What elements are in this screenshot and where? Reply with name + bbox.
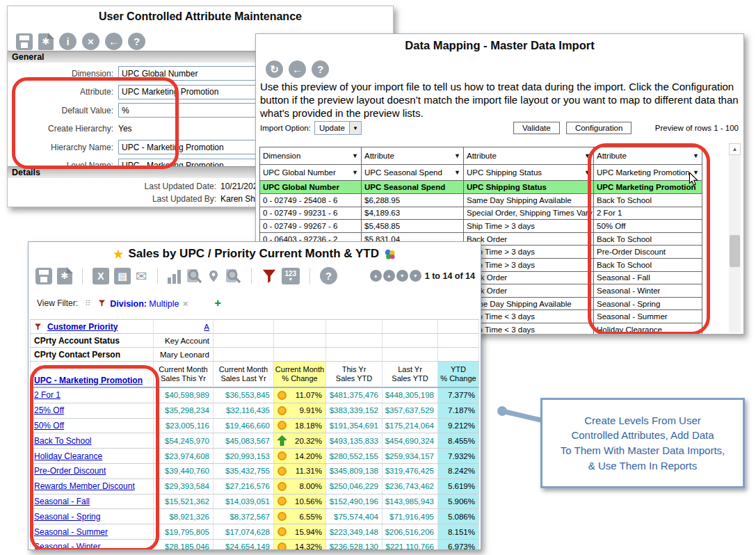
dropdown-arrow-icon[interactable]: ▼ — [693, 152, 699, 159]
ytd-sales-this-yr-cell: $250,046,229 — [326, 479, 383, 494]
dropdown-arrow-icon[interactable]: ▼ — [584, 169, 590, 176]
cm-sales-last-yr-cell: $24,654,149 — [214, 540, 274, 550]
preview-icon[interactable] — [186, 268, 202, 284]
nav-next-icon[interactable]: ▼ — [396, 270, 408, 282]
back-icon[interactable]: ← — [289, 61, 306, 78]
field-label: Dimension: — [8, 69, 118, 79]
column-filter-header[interactable]: Dimension▼ — [260, 147, 362, 165]
promotion-link-cell[interactable]: 25% Off — [31, 403, 154, 419]
filter-chip-division[interactable]: Division: Multiple × — [110, 298, 188, 309]
drag-handle-icon[interactable]: ⠿ — [85, 299, 91, 308]
promotion-link-cell[interactable]: 50% Off — [31, 419, 154, 434]
promotion-link-cell[interactable]: Seasonal - Winter — [31, 540, 154, 550]
empty-cell — [326, 348, 383, 362]
ytd-sales-this-yr-cell: $383,339,152 — [326, 403, 383, 419]
empty-cell — [274, 320, 326, 334]
promotion-link-cell[interactable]: Rewards Member Discount — [31, 479, 154, 494]
cm-pct-change-cell: 20.32% — [274, 433, 326, 449]
cell: 50% Off — [594, 220, 702, 233]
search-report-icon[interactable] — [225, 268, 241, 284]
import-option-select[interactable]: Update ▼ — [314, 121, 362, 135]
scrollbar-thumb[interactable] — [730, 235, 740, 267]
favorite-star-icon[interactable]: ★ — [113, 248, 123, 261]
mapping-select[interactable]: UPC Global Number▼ — [260, 165, 362, 181]
cm-sales-this-yr-cell: $39,440,760 — [154, 464, 214, 479]
status-circle-icon — [278, 542, 287, 550]
dropdown-arrow-icon[interactable]: ▼ — [454, 152, 460, 159]
dropdown-arrow-icon[interactable]: ▼ — [454, 169, 460, 176]
cell: $5,458.85 — [362, 220, 464, 233]
ytd-pct-change-cell: 7.932% — [438, 449, 479, 464]
save-icon[interactable] — [16, 33, 33, 50]
save-options-icon[interactable] — [57, 268, 72, 284]
back-icon[interactable]: ← — [105, 33, 122, 50]
info-label-cell: CPrty Account Status — [31, 334, 154, 348]
select-dropdown-icon[interactable]: ▼ — [349, 122, 361, 134]
empty-cell — [214, 348, 274, 362]
sales-report-title-row: ★ Sales by UPC / Priority Current Month … — [29, 247, 481, 261]
row-dimension-header[interactable]: UPC - Marketing Promotion — [31, 362, 154, 388]
status-circle-icon — [278, 467, 287, 476]
mapping-select[interactable]: UPC Marketing Promotion▼ — [594, 165, 702, 181]
promotion-link-cell[interactable]: Pre-Order Discount — [31, 464, 154, 479]
cell: $4,189.63 — [362, 207, 464, 220]
promotion-link-cell[interactable]: Seasonal - Fall — [31, 494, 154, 510]
save-icon[interactable] — [35, 268, 52, 284]
configuration-button[interactable]: Configuration — [566, 122, 632, 134]
print-icon[interactable]: ▤ — [114, 268, 131, 284]
empty-cell — [383, 334, 438, 348]
table-header-row: UPC - Marketing PromotionCurrent Month S… — [31, 362, 479, 388]
help-icon[interactable]: ? — [312, 61, 329, 78]
ytd-sales-this-yr-cell: $223,349,148 — [326, 524, 383, 540]
remove-filter-icon[interactable]: × — [183, 298, 188, 309]
ytd-sales-this-yr-cell: $191,354,691 — [326, 419, 383, 434]
cm-sales-this-yr-cell: $15,521,362 — [154, 494, 214, 510]
promotion-link-cell[interactable]: Seasonal - Spring — [31, 509, 154, 524]
email-icon[interactable]: ✉ — [136, 268, 147, 284]
scroll-up-icon[interactable]: ▲ — [729, 143, 741, 155]
view-filter-bar: View Filter: ⠿ Division: Multiple × + — [37, 296, 221, 310]
close-icon[interactable]: × — [82, 33, 99, 50]
promotion-link-cell[interactable]: Holiday Clearance — [31, 449, 154, 464]
numbers-icon[interactable]: 123▼ — [282, 268, 300, 284]
validate-button[interactable]: Validate — [513, 122, 560, 134]
chart-icon[interactable] — [168, 268, 181, 284]
status-circle-icon — [278, 406, 287, 415]
promotion-link-cell[interactable]: 2 For 1 — [31, 388, 154, 403]
promotion-link-cell[interactable]: Back To School — [31, 433, 154, 449]
status-circle-icon — [278, 451, 287, 460]
mapping-select[interactable]: UPC Shipping Status▼ — [464, 165, 594, 181]
callout-box: Create Levels From User Controlled Attri… — [540, 398, 745, 488]
cm-sales-last-yr-cell: $17,074,628 — [214, 524, 274, 540]
nav-prev-icon[interactable]: ▲ — [383, 270, 395, 282]
cm-sales-this-yr-cell: $28,185,046 — [154, 540, 214, 550]
promotion-link-cell[interactable]: Seasonal - Summer — [31, 524, 154, 540]
info-label-cell[interactable]: Customer Priority — [31, 320, 154, 334]
nav-last-icon[interactable]: ▼ — [410, 270, 421, 282]
column-filter-header[interactable]: Attribute▼ — [594, 147, 702, 165]
help-icon[interactable]: ? — [320, 267, 337, 284]
cell: Ship Time > 3 days — [464, 246, 594, 259]
cm-pct-change-cell: 11.31% — [274, 464, 326, 479]
nav-first-icon[interactable]: ▲ — [370, 270, 382, 282]
mapping-select[interactable]: UPC Seasonal Spend▼ — [362, 165, 464, 181]
refresh-icon[interactable]: ↻ — [266, 61, 283, 78]
column-filter-header[interactable]: Attribute▼ — [464, 147, 594, 165]
info-value-cell[interactable]: A — [154, 320, 214, 334]
detail-row: Pending Updates:No — [8, 205, 231, 207]
nav-cluster: ▲▲▼▼1 to 14 of 14 — [369, 270, 475, 282]
sales-report-window: ★ Sales by UPC / Priority Current Month … — [28, 241, 481, 550]
process-icon[interactable] — [38, 33, 54, 50]
column-filter-header[interactable]: Attribute▼ — [362, 147, 464, 165]
info-icon[interactable]: i — [59, 33, 77, 50]
export-excel-icon[interactable]: X — [93, 268, 109, 284]
map-pin-icon[interactable] — [207, 268, 220, 284]
empty-cell — [438, 334, 479, 348]
help-icon[interactable]: ? — [128, 33, 145, 50]
vertical-scrollbar[interactable]: ▲ — [729, 143, 741, 332]
dropdown-arrow-icon[interactable]: ▼ — [352, 169, 358, 176]
filter-icon[interactable] — [262, 268, 277, 284]
add-filter-icon[interactable]: + — [214, 296, 221, 310]
dropdown-arrow-icon[interactable]: ▼ — [352, 152, 358, 159]
dropdown-arrow-icon[interactable]: ▼ — [584, 152, 590, 159]
